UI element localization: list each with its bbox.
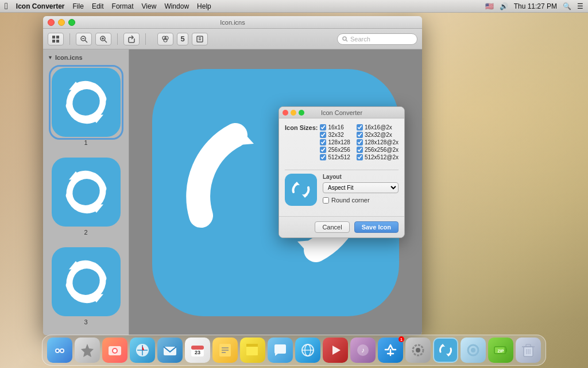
svg-rect-3 [56, 40, 59, 43]
sidebar: ▼ Icon.icns [43, 49, 129, 335]
sizes-grid: 16x16 16x16@2x 32x32 32x32@2x [320, 124, 399, 160]
dock-mail[interactable] [157, 338, 183, 363]
dock-launchpad[interactable] [75, 338, 100, 363]
menu-format[interactable]: Format [112, 2, 134, 10]
size-512x512-2x-label: 512x512@2x [365, 154, 399, 160]
svg-rect-51 [191, 346, 204, 350]
edit-button[interactable] [192, 33, 208, 45]
toolbar: 5 Search [43, 29, 422, 49]
size-128x128-2x-label: 128x128@2x [365, 139, 399, 145]
dock-dvd-player[interactable] [323, 338, 348, 363]
collapse-icon[interactable]: ▼ [48, 55, 53, 60]
menu-window[interactable]: Window [164, 2, 189, 10]
title-bar: Icon.icns [43, 16, 422, 29]
zoom-out-button[interactable] [76, 33, 92, 45]
svg-point-71 [471, 348, 475, 352]
save-icon-button[interactable]: Save Icon [354, 221, 399, 233]
thumbnail-1-label: 1 [84, 139, 87, 146]
dock-messages[interactable] [268, 338, 293, 363]
svg-line-8 [105, 40, 107, 43]
dialog-maximize-button[interactable] [299, 110, 304, 116]
zoom-in-button[interactable] [95, 33, 111, 45]
search-input-area[interactable]: Search [337, 33, 417, 45]
thumbnail-2[interactable] [52, 158, 121, 227]
size-256x256-checkbox[interactable] [320, 147, 326, 153]
size-16x16-label: 16x16 [328, 124, 343, 131]
layout-select[interactable]: Aspect Fit Aspect Fill Stretch [323, 182, 399, 193]
dock-icon-converter[interactable] [433, 338, 458, 363]
dialog-title: Icon Converter [321, 109, 362, 116]
round-corner-checkbox[interactable] [323, 197, 329, 204]
svg-point-65 [416, 348, 420, 352]
volume-icon[interactable]: 🔊 [500, 2, 508, 10]
size-128x128-2x: 128x128@2x [357, 139, 399, 145]
menubar-right: 🇺🇸 🔊 Thu 11:27 PM 🔍 ☰ [485, 2, 583, 10]
svg-rect-1 [56, 36, 59, 39]
dock-app-store[interactable]: 1 [378, 338, 403, 363]
svg-point-44 [113, 349, 117, 352]
dock-image-capture[interactable] [102, 338, 127, 363]
size-16x16-2x-label: 16x16@2x [365, 124, 392, 131]
menu-view[interactable]: View [142, 2, 157, 10]
size-16x16-2x: 16x16@2x [357, 124, 399, 131]
notification-icon[interactable]: ☰ [577, 2, 583, 10]
size-512x512-checkbox[interactable] [320, 154, 326, 160]
dialog-minimize-button[interactable] [291, 110, 296, 116]
size-256x256-label: 256x256 [328, 147, 350, 153]
size-128x128-checkbox[interactable] [320, 139, 326, 145]
svg-rect-25 [52, 247, 121, 316]
sidebar-title: Icon.icns [55, 54, 83, 61]
grid-view-button[interactable] [48, 33, 64, 45]
size-32x32-checkbox[interactable] [320, 132, 326, 138]
dialog-close-button[interactable] [283, 110, 288, 116]
thumbnail-1[interactable] [52, 68, 121, 137]
size-256x256: 256x256 [320, 147, 351, 153]
dock-iphoto[interactable] [461, 338, 486, 363]
dock-trash[interactable] [516, 338, 541, 363]
sidebar-header: ▼ Icon.icns [43, 52, 129, 63]
menu-edit[interactable]: Edit [92, 2, 104, 10]
size-128x128-2x-checkbox[interactable] [357, 139, 363, 145]
thumbnail-3[interactable] [52, 247, 121, 316]
menu-file[interactable]: File [73, 2, 84, 10]
dock-system-preferences[interactable] [405, 338, 431, 363]
dock-stickies[interactable] [240, 338, 265, 363]
dock-battery-app[interactable]: ZIP [488, 338, 513, 363]
dialog-body: Icon Sizes: 16x16 16x16@2x 32x32 [279, 118, 404, 216]
dock-notes[interactable] [212, 338, 238, 363]
spotlight-icon[interactable]: 🔍 [563, 2, 571, 10]
dock-safari[interactable] [130, 338, 155, 363]
menu-app-name[interactable]: Icon Converter [16, 2, 65, 10]
menu-help[interactable]: Help [197, 2, 211, 10]
size-512x512: 512x512 [320, 154, 351, 160]
dock-facetime[interactable] [295, 338, 320, 363]
size-128x128: 128x128 [320, 139, 351, 145]
svg-rect-58 [246, 344, 258, 347]
size-16x16-checkbox[interactable] [320, 124, 326, 131]
size-512x512-2x-checkbox[interactable] [357, 154, 363, 160]
round-corner-row: Round corner [323, 197, 399, 204]
maximize-button[interactable] [68, 19, 75, 26]
icon-sizes-section: Icon Sizes: 16x16 16x16@2x 32x32 [285, 124, 399, 166]
dock-itunes[interactable]: ♪ [350, 338, 376, 363]
svg-rect-78 [526, 344, 531, 347]
dock-finder[interactable] [47, 338, 72, 363]
dock: 23 [42, 335, 546, 366]
thumbnail-2-wrap: 2 [43, 153, 129, 243]
size-16x16-2x-checkbox[interactable] [357, 124, 363, 131]
window-title: Icon.icns [220, 19, 245, 26]
dock-calendar[interactable]: 23 [185, 338, 210, 363]
close-button[interactable] [48, 19, 55, 26]
svg-line-18 [346, 40, 348, 41]
minimize-button[interactable] [58, 19, 65, 26]
size-32x32-2x: 32x32@2x [357, 132, 399, 138]
color-picker-button[interactable] [157, 33, 173, 45]
share-button[interactable] [123, 33, 140, 45]
size-256x256-2x-checkbox[interactable] [357, 147, 363, 153]
svg-text:23: 23 [195, 350, 200, 355]
apple-menu[interactable]:  [5, 1, 8, 12]
bold-button[interactable]: 5 [177, 33, 188, 45]
size-32x32-2x-checkbox[interactable] [357, 132, 363, 138]
svg-rect-22 [52, 158, 121, 227]
cancel-button[interactable]: Cancel [315, 221, 349, 233]
